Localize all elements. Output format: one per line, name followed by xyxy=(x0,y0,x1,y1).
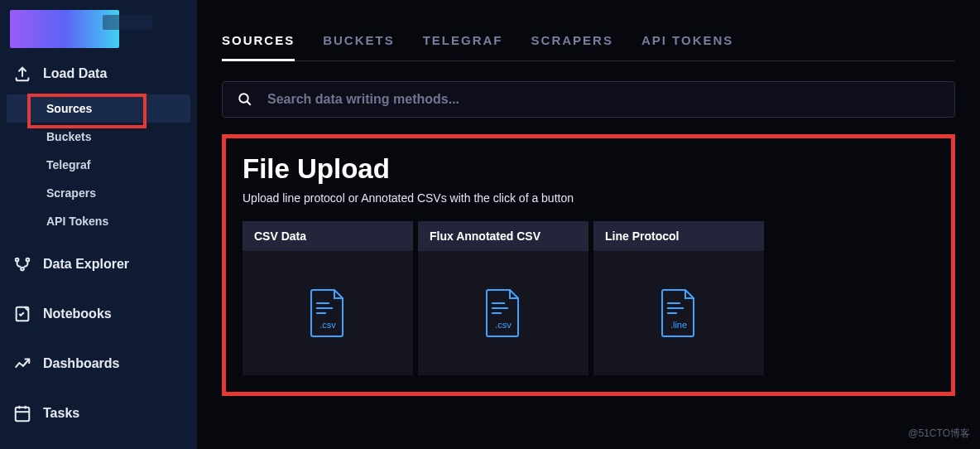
svg-point-9 xyxy=(239,94,248,103)
tab-api-tokens-label: API TOKENS xyxy=(641,33,733,47)
main-content: SOURCES BUCKETS TELEGRAF SCRAPERS API TO… xyxy=(197,0,980,449)
card-line-protocol[interactable]: Line Protocol .line xyxy=(593,221,764,375)
svg-line-10 xyxy=(247,101,251,105)
nav-data-explorer-label: Data Explorer xyxy=(43,257,129,272)
svg-rect-5 xyxy=(16,408,30,422)
search-input[interactable] xyxy=(267,92,939,107)
subnav-telegraf[interactable]: Telegraf xyxy=(7,151,190,179)
nav-dashboards[interactable]: Dashboards xyxy=(7,346,190,381)
tabs: SOURCES BUCKETS TELEGRAF SCRAPERS API TO… xyxy=(222,25,955,61)
search-icon xyxy=(238,92,252,107)
card-csv-data[interactable]: CSV Data .csv xyxy=(243,221,413,375)
subnav-telegraf-label: Telegraf xyxy=(46,158,90,171)
panel-subtitle: Upload line protocol or Annotated CSVs w… xyxy=(243,191,934,205)
subnav-api-tokens[interactable]: API Tokens xyxy=(7,207,190,235)
tab-telegraf[interactable]: TELEGRAF xyxy=(423,25,503,60)
upload-cards: CSV Data .csv Flux Annotated CSV .csv Li… xyxy=(243,221,934,375)
svg-text:.line: .line xyxy=(670,320,687,330)
nav-load-data[interactable]: Load Data xyxy=(7,56,190,91)
nav-dashboards-label: Dashboards xyxy=(43,356,119,371)
tab-buckets-label: BUCKETS xyxy=(323,33,395,47)
watermark: @51CTO博客 xyxy=(908,427,970,441)
tab-api-tokens[interactable]: API TOKENS xyxy=(641,25,733,60)
file-line-icon: .line xyxy=(659,288,699,338)
svg-text:.csv: .csv xyxy=(495,320,512,330)
nav-tasks[interactable]: Tasks xyxy=(7,396,190,431)
card-line-title: Line Protocol xyxy=(593,221,764,251)
panel-title: File Upload xyxy=(243,153,934,185)
org-logo[interactable] xyxy=(10,10,119,48)
tasks-icon xyxy=(13,404,31,422)
svg-point-1 xyxy=(16,258,19,262)
nav-notebooks-label: Notebooks xyxy=(43,307,112,321)
upload-icon xyxy=(13,65,31,83)
dashboard-icon xyxy=(13,355,31,373)
subnav-buckets[interactable]: Buckets xyxy=(7,123,190,151)
card-csv-title: CSV Data xyxy=(243,221,413,251)
tab-sources[interactable]: SOURCES xyxy=(222,25,295,60)
tab-telegraf-label: TELEGRAF xyxy=(423,33,503,47)
svg-point-3 xyxy=(21,268,24,271)
subnav-buckets-label: Buckets xyxy=(46,130,91,143)
card-flux-csv[interactable]: Flux Annotated CSV .csv xyxy=(418,221,588,375)
file-upload-panel: File Upload Upload line protocol or Anno… xyxy=(222,134,955,396)
explorer-icon xyxy=(13,255,31,273)
file-flux-icon: .csv xyxy=(483,288,523,338)
subnav-scrapers[interactable]: Scrapers xyxy=(7,179,190,207)
subnav-api-tokens-label: API Tokens xyxy=(46,215,108,228)
nav-tasks-label: Tasks xyxy=(43,406,79,421)
tab-buckets[interactable]: BUCKETS xyxy=(323,25,395,60)
tab-scrapers[interactable]: SCRAPERS xyxy=(531,25,613,60)
search-bar[interactable] xyxy=(222,81,955,118)
tab-sources-label: SOURCES xyxy=(222,33,295,47)
subnav-sources[interactable]: Sources xyxy=(7,94,190,123)
sidebar: Load Data Sources Buckets Telegraf Scrap… xyxy=(0,0,197,449)
svg-point-2 xyxy=(26,258,30,262)
load-data-subnav: Sources Buckets Telegraf Scrapers API To… xyxy=(7,91,190,247)
tab-scrapers-label: SCRAPERS xyxy=(531,33,613,47)
file-csv-icon: .csv xyxy=(308,288,348,338)
subnav-sources-label: Sources xyxy=(46,102,92,115)
nav-notebooks[interactable]: Notebooks xyxy=(7,297,190,331)
notebook-icon xyxy=(13,305,31,323)
subnav-scrapers-label: Scrapers xyxy=(46,186,96,200)
nav-load-data-label: Load Data xyxy=(43,66,107,81)
svg-text:.csv: .csv xyxy=(319,320,336,330)
card-flux-title: Flux Annotated CSV xyxy=(418,221,588,251)
nav-data-explorer[interactable]: Data Explorer xyxy=(7,247,190,282)
